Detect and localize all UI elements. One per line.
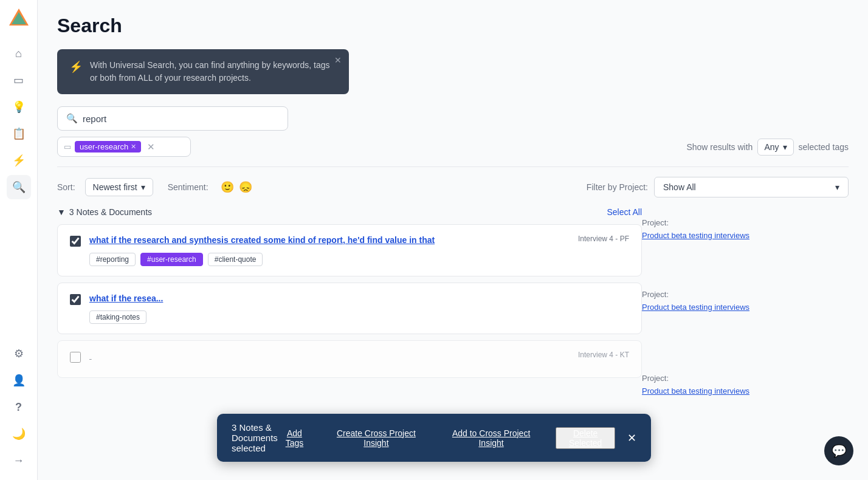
sidebar-item-home[interactable]: ⌂ (7, 41, 31, 66)
positive-sentiment-icon[interactable]: 🙂 (221, 180, 234, 194)
toolbar-close-button[interactable]: ✕ (627, 431, 636, 445)
universal-search-banner: ⚡ With Universal Search, you can find an… (57, 49, 349, 94)
filter-project-section: Filter by Project: Show All ▾ (587, 177, 849, 197)
main-content: Search ⚡ With Universal Search, you can … (38, 0, 868, 480)
sidebar-item-profile[interactable]: 👤 (7, 368, 31, 393)
tag-chip-label: user-research (80, 142, 128, 151)
results-count-chevron: ▼ (57, 207, 66, 217)
chat-button[interactable]: 💬 (824, 436, 853, 465)
search-magnifier-icon: 🔍 (66, 113, 78, 124)
sentiment-icons: 🙂 😞 (221, 180, 252, 194)
project-dropdown[interactable]: Show All ▾ (654, 177, 849, 197)
tag-filter-icon: ▭ (64, 142, 71, 151)
sidebar-item-activity[interactable]: ⚡ (7, 148, 31, 173)
notes-icon: 📋 (12, 127, 26, 140)
sentiment-label: Sentiment: (168, 182, 208, 192)
add-to-insight-button[interactable]: Add to Cross Project Insight (441, 428, 541, 448)
result-content-3 (89, 351, 629, 368)
signout-icon: → (13, 454, 24, 467)
sidebar-item-signout[interactable]: → (7, 448, 31, 473)
results-area: ▼ 3 Notes & Documents Select All what if… (57, 207, 642, 434)
home-icon: ⌂ (15, 47, 22, 60)
tags-row-1: #reporting #user-research #client-quote (89, 253, 629, 266)
tags-row-2: #taking-notes (89, 310, 629, 324)
results-header: ▼ 3 Notes & Documents Select All (57, 207, 642, 217)
results-count: ▼ 3 Notes & Documents (57, 207, 152, 217)
help-icon: ? (15, 401, 22, 414)
result-title-1[interactable]: what if the research and synthesis creat… (89, 235, 629, 247)
tag-reporting[interactable]: #reporting (89, 253, 136, 266)
project-label-3: Project: (642, 374, 849, 383)
filter-project-label: Filter by Project: (587, 182, 648, 192)
side-info-panel: Project: Product beta testing interviews… (642, 207, 849, 434)
banner-close-button[interactable]: ✕ (334, 55, 342, 65)
person-icon: 👤 (12, 374, 26, 387)
result-title-2[interactable]: what if the resea... (89, 293, 629, 305)
sort-chevron-icon: ▾ (141, 182, 145, 192)
side-info-item-1: Project: Product beta testing interviews (642, 207, 849, 262)
delete-selected-button[interactable]: Delete Selected (556, 427, 615, 449)
result-checkbox-3[interactable] (70, 352, 81, 363)
board-icon: ▭ (13, 74, 24, 87)
gear-icon: ⚙ (14, 347, 24, 360)
select-all-button[interactable]: Select All (607, 207, 642, 217)
sidebar-item-board[interactable]: ▭ (7, 68, 31, 92)
any-dropdown[interactable]: Any ▾ (757, 139, 793, 156)
flash-icon: ⚡ (12, 154, 26, 167)
banner-text: With Universal Search, you can find anyt… (90, 59, 337, 84)
search-icon: 🔍 (12, 180, 26, 194)
tag-client-quote[interactable]: #client-quote (208, 253, 263, 266)
side-info-item-2: Project: Product beta testing interviews (642, 290, 849, 345)
search-box: 🔍 (57, 106, 288, 131)
controls-row: Sort: Newest first ▾ Sentiment: 🙂 😞 Filt… (57, 177, 849, 197)
table-row: what if the resea... #taking-notes (57, 283, 642, 335)
negative-sentiment-icon[interactable]: 😞 (239, 180, 252, 194)
lightbulb-icon: 💡 (12, 100, 26, 114)
result-checkbox-2[interactable] (70, 294, 81, 305)
project-link-2[interactable]: Product beta testing interviews (642, 303, 749, 312)
tag-chip-remove-button[interactable]: ✕ (131, 143, 136, 151)
project-dropdown-chevron: ▾ (835, 182, 839, 192)
result-title-3[interactable] (89, 351, 629, 362)
chat-icon: 💬 (832, 444, 847, 458)
sidebar-item-darkmode[interactable]: 🌙 (7, 422, 31, 446)
content-wrapper: ▼ 3 Notes & Documents Select All what if… (57, 207, 849, 434)
project-dropdown-value: Show All (663, 182, 696, 192)
results-count-label: 3 Notes & Documents (69, 207, 152, 217)
result-source-3: Interview 4 - KT (578, 351, 629, 359)
result-checkbox-1[interactable] (70, 236, 81, 247)
result-source-1: Interview 4 - PF (578, 235, 629, 243)
table-row: what if the research and synthesis creat… (57, 224, 642, 276)
tag-filter-box[interactable]: ▭ user-research ✕ ✕ (57, 137, 191, 157)
show-results-label: Show results with (686, 142, 753, 152)
project-link-3[interactable]: Product beta testing interviews (642, 386, 749, 396)
tag-taking-notes[interactable]: #taking-notes (89, 310, 146, 324)
banner-flash-icon: ⚡ (69, 60, 83, 74)
sidebar-item-search[interactable]: 🔍 (7, 175, 31, 199)
selection-toolbar: 3 Notes & Documents selected Add Tags Cr… (217, 414, 651, 462)
tag-user-research[interactable]: #user-research (140, 253, 203, 266)
create-insight-button[interactable]: Create Cross Project Insight (326, 428, 427, 448)
project-link-1[interactable]: Product beta testing interviews (642, 231, 749, 240)
toolbar-count-label: 3 Notes & Documents selected (232, 422, 278, 453)
sidebar-item-help[interactable]: ? (7, 395, 31, 419)
project-label-2: Project: (642, 290, 849, 299)
sidebar: ⌂ ▭ 💡 📋 ⚡ 🔍 ⚙ 👤 ? 🌙 → (0, 0, 38, 480)
sidebar-item-settings[interactable]: ⚙ (7, 341, 31, 366)
side-info-item-3: Project: Product beta testing interviews (642, 374, 849, 428)
moon-icon: 🌙 (12, 427, 26, 441)
page-title: Search (57, 15, 849, 37)
table-row: Interview 4 - KT (57, 340, 642, 378)
selected-tags-label: selected tags (799, 142, 849, 152)
user-research-tag-chip: user-research ✕ (75, 141, 141, 153)
search-input[interactable] (83, 114, 279, 124)
add-tags-button[interactable]: Add Tags (278, 428, 311, 448)
tag-filter-clear-button[interactable]: ✕ (147, 142, 155, 153)
sidebar-item-insights[interactable]: 💡 (7, 95, 31, 119)
any-dropdown-chevron: ▾ (783, 142, 787, 152)
sort-label: Sort: (57, 182, 75, 192)
sidebar-item-notes[interactable]: 📋 (7, 122, 31, 146)
sort-dropdown[interactable]: Newest first ▾ (85, 178, 153, 196)
result-content-1: what if the research and synthesis creat… (89, 235, 629, 266)
app-logo[interactable] (8, 7, 30, 29)
